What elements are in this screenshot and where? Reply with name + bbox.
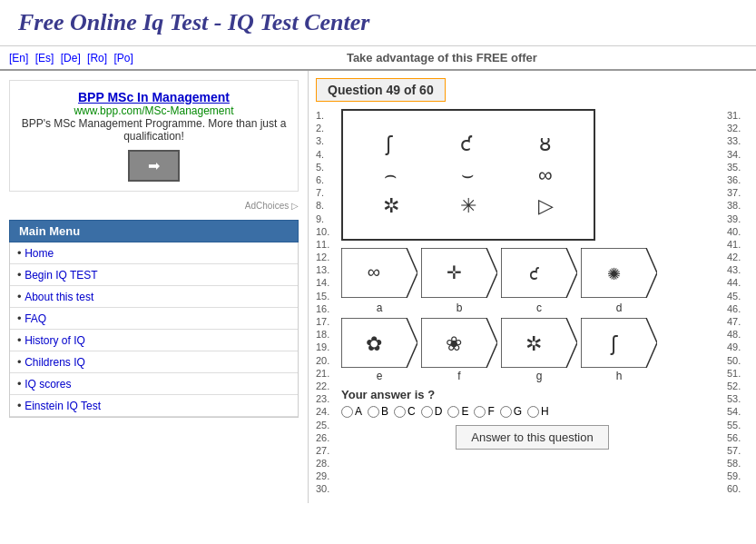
left-num: 8. bbox=[316, 199, 338, 212]
choice-h: ʃ bbox=[581, 318, 657, 368]
menu-list: HomeBegin IQ TESTAbout this testFAQHisto… bbox=[9, 242, 299, 418]
lang-ro[interactable]: [Ro] bbox=[87, 52, 107, 64]
right-num: 52. bbox=[727, 380, 749, 392]
label-b: b bbox=[421, 302, 497, 314]
right-num: 59. bbox=[727, 470, 749, 482]
radio-input-d[interactable] bbox=[421, 406, 433, 418]
left-num: 12. bbox=[316, 251, 338, 263]
ad-url: www.bpp.com/MSc-Management bbox=[19, 104, 289, 117]
symbol-r2c2: ⌣ bbox=[461, 163, 474, 187]
menu-item-begin-iq-test[interactable]: Begin IQ TEST bbox=[10, 264, 298, 286]
symbol-r1c3: ȣ bbox=[539, 133, 551, 156]
right-num: 32. bbox=[727, 122, 749, 134]
left-num: 28. bbox=[316, 457, 338, 470]
radio-label-b: B bbox=[381, 405, 388, 418]
left-num: 15. bbox=[316, 290, 338, 302]
radio-option-c[interactable]: C bbox=[394, 405, 416, 418]
main-menu: Main Menu HomeBegin IQ TESTAbout this te… bbox=[9, 220, 299, 418]
menu-item-home[interactable]: Home bbox=[10, 242, 298, 264]
symbol-r3c3: ▷ bbox=[538, 194, 554, 218]
label-f: f bbox=[421, 370, 497, 382]
menu-link-2[interactable]: About this test bbox=[25, 291, 93, 303]
offer-text: Take advantage of this FREE offer bbox=[137, 51, 747, 64]
menu-link-6[interactable]: IQ scores bbox=[25, 378, 71, 391]
left-num: 21. bbox=[316, 367, 338, 380]
left-num: 3. bbox=[316, 134, 338, 147]
left-num: 16. bbox=[316, 302, 338, 315]
right-num: 58. bbox=[727, 457, 749, 470]
left-num: 14. bbox=[316, 276, 338, 289]
menu-link-5[interactable]: Childrens IQ bbox=[25, 356, 85, 369]
menu-link-0[interactable]: Home bbox=[25, 247, 54, 260]
menu-link-3[interactable]: FAQ bbox=[25, 312, 46, 325]
lang-es[interactable]: [Es] bbox=[35, 52, 54, 64]
lang-en[interactable]: [En] bbox=[9, 52, 28, 64]
radio-label-a: A bbox=[355, 405, 362, 418]
menu-item-childrens-iq[interactable]: Childrens IQ bbox=[10, 351, 298, 373]
answer-radio-group[interactable]: ABCDEFGH bbox=[341, 405, 723, 418]
radio-input-g[interactable] bbox=[500, 406, 512, 418]
right-num: 46. bbox=[727, 302, 749, 315]
menu-item-history-of-iq[interactable]: History of IQ bbox=[10, 330, 298, 351]
radio-option-d[interactable]: D bbox=[421, 405, 443, 418]
svg-text:✺: ✺ bbox=[607, 265, 621, 283]
radio-label-g: G bbox=[514, 405, 522, 418]
ad-title[interactable]: BPP MSc In Management bbox=[19, 90, 289, 104]
ad-choices[interactable]: AdChoices ▷ bbox=[9, 201, 299, 211]
choice-c: ƈ bbox=[501, 248, 577, 298]
radio-input-f[interactable] bbox=[474, 406, 486, 418]
left-num: 30. bbox=[316, 482, 338, 495]
label-g: g bbox=[501, 370, 577, 382]
right-num: 55. bbox=[727, 419, 749, 431]
svg-marker-14 bbox=[581, 318, 657, 368]
ad-arrow-button[interactable]: ➡ bbox=[128, 150, 180, 182]
radio-label-e: E bbox=[461, 405, 468, 418]
right-num: 47. bbox=[727, 315, 749, 328]
language-links[interactable]: [En] [Es] [De] [Ro] [Po] bbox=[9, 52, 137, 64]
menu-item-about-this-test[interactable]: About this test bbox=[10, 286, 298, 308]
right-num: 54. bbox=[727, 405, 749, 418]
left-num: 7. bbox=[316, 186, 338, 199]
left-num: 2. bbox=[316, 122, 338, 134]
menu-link-7[interactable]: Einstein IQ Test bbox=[25, 400, 101, 412]
label-c: c bbox=[501, 302, 577, 314]
menu-title: Main Menu bbox=[9, 220, 299, 242]
radio-option-e[interactable]: E bbox=[447, 405, 468, 418]
left-num: 29. bbox=[316, 470, 338, 482]
right-num: 31. bbox=[727, 109, 749, 122]
radio-input-b[interactable] bbox=[368, 406, 379, 418]
radio-input-c[interactable] bbox=[394, 406, 406, 418]
arrow-icon: ➡ bbox=[148, 158, 160, 173]
svg-text:∞: ∞ bbox=[368, 262, 380, 282]
choice-f: ❀ bbox=[421, 318, 497, 368]
radio-option-b[interactable]: B bbox=[368, 405, 388, 418]
left-num: 23. bbox=[316, 392, 338, 405]
radio-option-h[interactable]: H bbox=[527, 405, 549, 418]
right-num: 49. bbox=[727, 341, 749, 353]
submit-answer-button[interactable]: Answer to this question bbox=[456, 425, 608, 450]
menu-link-4[interactable]: History of IQ bbox=[25, 334, 85, 347]
left-num: 17. bbox=[316, 315, 338, 328]
lang-po[interactable]: [Po] bbox=[113, 52, 133, 64]
radio-option-a[interactable]: A bbox=[341, 405, 362, 418]
left-num: 18. bbox=[316, 328, 338, 341]
right-num: 51. bbox=[727, 367, 749, 380]
radio-option-f[interactable]: F bbox=[474, 405, 494, 418]
menu-item-faq[interactable]: FAQ bbox=[10, 308, 298, 330]
menu-item-einstein-iq-test[interactable]: Einstein IQ Test bbox=[10, 395, 298, 417]
left-num: 10. bbox=[316, 225, 338, 238]
symbol-r3c2: ✳ bbox=[460, 194, 476, 218]
lang-de[interactable]: [De] bbox=[61, 52, 81, 64]
menu-item-iq-scores[interactable]: IQ scores bbox=[10, 373, 298, 395]
menu-link-1[interactable]: Begin IQ TEST bbox=[25, 269, 97, 282]
radio-input-h[interactable] bbox=[527, 406, 539, 418]
radio-input-e[interactable] bbox=[447, 406, 459, 418]
symbol-r1c1: ʃ bbox=[386, 133, 392, 156]
left-num: 26. bbox=[316, 431, 338, 444]
right-num: 40. bbox=[727, 225, 749, 238]
right-num: 34. bbox=[727, 148, 749, 161]
radio-option-g[interactable]: G bbox=[500, 405, 522, 418]
radio-input-a[interactable] bbox=[341, 406, 353, 418]
svg-text:ƈ: ƈ bbox=[529, 265, 539, 283]
symbol-r2c3: ∞ bbox=[538, 163, 553, 187]
